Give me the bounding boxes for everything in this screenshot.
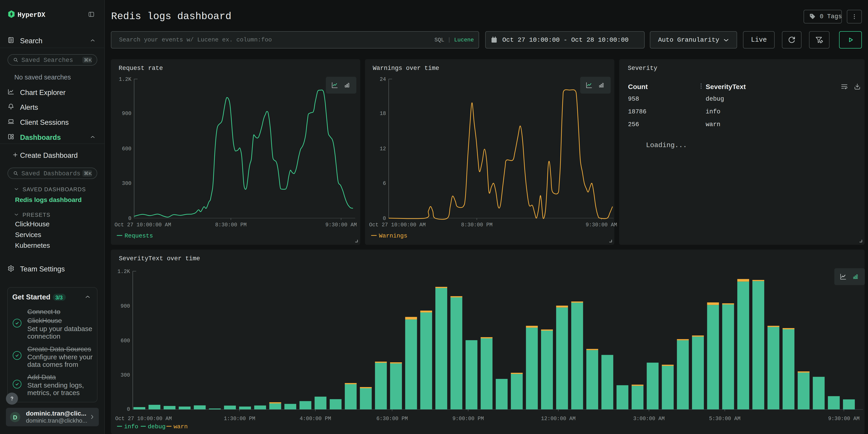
svg-text:6:30:00 PM: 6:30:00 PM bbox=[376, 416, 408, 422]
svg-text:9:30:00 AM: 9:30:00 AM bbox=[586, 222, 617, 228]
svg-text:1:30:00 PM: 1:30:00 PM bbox=[224, 416, 255, 422]
svg-text:1.2K: 1.2K bbox=[118, 269, 130, 275]
svg-text:4:00:00 PM: 4:00:00 PM bbox=[300, 416, 331, 422]
svg-text:info: info bbox=[124, 423, 138, 430]
svg-text:600: 600 bbox=[122, 146, 131, 152]
svg-text:Warnings: Warnings bbox=[379, 232, 407, 239]
svg-text:9:30:00 AM: 9:30:00 AM bbox=[828, 416, 860, 422]
svg-text:18: 18 bbox=[379, 111, 386, 117]
svg-text:300: 300 bbox=[121, 372, 130, 378]
svg-text:9:30:00 AM: 9:30:00 AM bbox=[326, 222, 357, 228]
svg-text:1.2K: 1.2K bbox=[119, 76, 131, 83]
svg-text:Oct 27 10:00:00 AM: Oct 27 10:00:00 AM bbox=[369, 222, 426, 228]
svg-text:6: 6 bbox=[383, 181, 386, 186]
svg-text:0: 0 bbox=[128, 216, 131, 222]
svg-text:0: 0 bbox=[383, 216, 386, 222]
svg-text:300: 300 bbox=[122, 181, 131, 186]
svg-text:Oct 27 10:00:00 AM: Oct 27 10:00:00 AM bbox=[115, 222, 171, 228]
svg-text:Requests: Requests bbox=[125, 232, 153, 239]
svg-text:warn: warn bbox=[174, 423, 188, 430]
svg-text:900: 900 bbox=[122, 111, 131, 117]
svg-text:Oct 27 10:00:00 AM: Oct 27 10:00:00 AM bbox=[115, 416, 172, 422]
svg-text:0: 0 bbox=[127, 406, 130, 412]
svg-text:3:00:00 AM: 3:00:00 AM bbox=[633, 416, 665, 422]
svg-text:9:00:00 PM: 9:00:00 PM bbox=[453, 416, 484, 422]
svg-text:600: 600 bbox=[121, 338, 130, 344]
svg-text:900: 900 bbox=[121, 303, 130, 309]
svg-text:12: 12 bbox=[379, 146, 386, 152]
svg-text:12:00:00 AM: 12:00:00 AM bbox=[541, 416, 576, 422]
svg-text:5:30:00 AM: 5:30:00 AM bbox=[709, 416, 741, 422]
svg-text:8:30:00 PM: 8:30:00 PM bbox=[461, 222, 493, 228]
svg-text:debug: debug bbox=[148, 423, 165, 430]
svg-text:8:30:00 PM: 8:30:00 PM bbox=[215, 222, 247, 228]
svg-text:24: 24 bbox=[379, 76, 386, 83]
